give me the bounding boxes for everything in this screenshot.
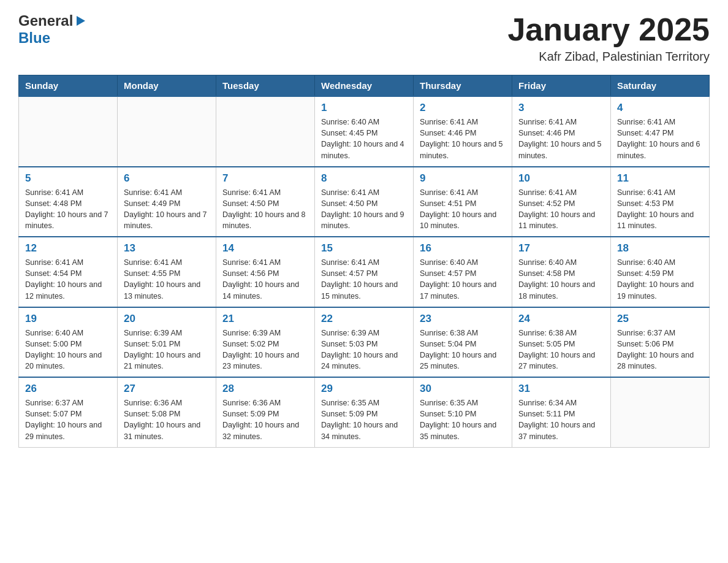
page: General Blue January 2025 Kafr Zibad, Pa…	[0, 0, 728, 460]
day-number: 27	[124, 383, 210, 395]
day-info: Sunrise: 6:41 AM Sunset: 4:52 PM Dayligh…	[518, 187, 604, 232]
week-row-1: 1Sunrise: 6:40 AM Sunset: 4:45 PM Daylig…	[19, 96, 710, 167]
day-number: 28	[222, 383, 308, 395]
day-number: 12	[25, 242, 111, 255]
calendar-cell-w3-d5: 16Sunrise: 6:40 AM Sunset: 4:57 PM Dayli…	[414, 237, 512, 307]
calendar-cell-w5-d1: 26Sunrise: 6:37 AM Sunset: 5:07 PM Dayli…	[19, 377, 118, 447]
day-number: 6	[124, 172, 210, 185]
page-subtitle: Kafr Zibad, Palestinian Territory	[507, 50, 710, 64]
day-info: Sunrise: 6:39 AM Sunset: 5:03 PM Dayligh…	[321, 327, 407, 372]
day-info: Sunrise: 6:41 AM Sunset: 4:55 PM Dayligh…	[124, 257, 210, 302]
day-info: Sunrise: 6:37 AM Sunset: 5:06 PM Dayligh…	[617, 327, 703, 372]
day-info: Sunrise: 6:37 AM Sunset: 5:07 PM Dayligh…	[25, 397, 111, 442]
day-info: Sunrise: 6:40 AM Sunset: 4:45 PM Dayligh…	[321, 117, 407, 161]
day-number: 23	[420, 313, 506, 325]
calendar-cell-w5-d6: 31Sunrise: 6:34 AM Sunset: 5:11 PM Dayli…	[512, 377, 611, 447]
day-number: 9	[420, 172, 506, 185]
day-number: 14	[222, 242, 308, 255]
day-number: 4	[617, 102, 703, 114]
day-number: 1	[321, 102, 407, 114]
day-number: 20	[124, 313, 210, 325]
col-monday: Monday	[118, 75, 216, 97]
calendar-cell-w1-d2	[118, 96, 216, 167]
day-info: Sunrise: 6:35 AM Sunset: 5:09 PM Dayligh…	[321, 397, 407, 442]
calendar-cell-w3-d1: 12Sunrise: 6:41 AM Sunset: 4:54 PM Dayli…	[19, 237, 118, 307]
calendar-cell-w4-d1: 19Sunrise: 6:40 AM Sunset: 5:00 PM Dayli…	[19, 307, 118, 378]
logo-triangle-icon	[74, 14, 88, 28]
day-info: Sunrise: 6:38 AM Sunset: 5:04 PM Dayligh…	[420, 327, 506, 372]
col-saturday: Saturday	[611, 75, 710, 97]
calendar-cell-w3-d3: 14Sunrise: 6:41 AM Sunset: 4:56 PM Dayli…	[216, 237, 315, 307]
day-info: Sunrise: 6:40 AM Sunset: 4:57 PM Dayligh…	[420, 257, 506, 302]
svg-marker-0	[77, 16, 85, 26]
logo-general-text: General	[18, 12, 73, 29]
week-row-4: 19Sunrise: 6:40 AM Sunset: 5:00 PM Dayli…	[19, 307, 710, 378]
day-number: 7	[222, 172, 308, 185]
calendar-cell-w3-d2: 13Sunrise: 6:41 AM Sunset: 4:55 PM Dayli…	[118, 237, 216, 307]
day-number: 30	[420, 383, 506, 395]
day-info: Sunrise: 6:36 AM Sunset: 5:08 PM Dayligh…	[124, 397, 210, 442]
day-number: 24	[518, 313, 604, 325]
day-number: 2	[420, 102, 506, 114]
calendar-cell-w2-d2: 6Sunrise: 6:41 AM Sunset: 4:49 PM Daylig…	[118, 167, 216, 237]
calendar-table: Sunday Monday Tuesday Wednesday Thursday…	[18, 75, 710, 448]
week-row-2: 5Sunrise: 6:41 AM Sunset: 4:48 PM Daylig…	[19, 167, 710, 237]
day-info: Sunrise: 6:41 AM Sunset: 4:47 PM Dayligh…	[617, 117, 703, 161]
day-number: 3	[518, 102, 604, 114]
day-info: Sunrise: 6:38 AM Sunset: 5:05 PM Dayligh…	[518, 327, 604, 372]
page-title: January 2025	[507, 12, 710, 47]
day-number: 31	[518, 383, 604, 395]
calendar-cell-w4-d2: 20Sunrise: 6:39 AM Sunset: 5:01 PM Dayli…	[118, 307, 216, 378]
title-block: January 2025 Kafr Zibad, Palestinian Ter…	[507, 12, 710, 64]
week-row-5: 26Sunrise: 6:37 AM Sunset: 5:07 PM Dayli…	[19, 377, 710, 447]
day-info: Sunrise: 6:40 AM Sunset: 4:58 PM Dayligh…	[518, 257, 604, 302]
day-number: 10	[518, 172, 604, 185]
day-info: Sunrise: 6:41 AM Sunset: 4:46 PM Dayligh…	[420, 117, 506, 161]
day-info: Sunrise: 6:41 AM Sunset: 4:49 PM Dayligh…	[124, 187, 210, 232]
calendar-cell-w4-d3: 21Sunrise: 6:39 AM Sunset: 5:02 PM Dayli…	[216, 307, 315, 378]
calendar-cell-w2-d1: 5Sunrise: 6:41 AM Sunset: 4:48 PM Daylig…	[19, 167, 118, 237]
calendar-cell-w3-d6: 17Sunrise: 6:40 AM Sunset: 4:58 PM Dayli…	[512, 237, 611, 307]
day-number: 22	[321, 313, 407, 325]
day-number: 13	[124, 242, 210, 255]
day-number: 25	[617, 313, 703, 325]
calendar-cell-w3-d4: 15Sunrise: 6:41 AM Sunset: 4:57 PM Dayli…	[315, 237, 414, 307]
calendar-cell-w2-d3: 7Sunrise: 6:41 AM Sunset: 4:50 PM Daylig…	[216, 167, 315, 237]
calendar-cell-w4-d5: 23Sunrise: 6:38 AM Sunset: 5:04 PM Dayli…	[414, 307, 512, 378]
logo-blue-text: Blue	[18, 29, 50, 46]
day-info: Sunrise: 6:41 AM Sunset: 4:48 PM Dayligh…	[25, 187, 111, 232]
col-wednesday: Wednesday	[315, 75, 414, 97]
header-row: Sunday Monday Tuesday Wednesday Thursday…	[19, 75, 710, 97]
col-sunday: Sunday	[19, 75, 118, 97]
calendar-cell-w4-d4: 22Sunrise: 6:39 AM Sunset: 5:03 PM Dayli…	[315, 307, 414, 378]
calendar-cell-w5-d3: 28Sunrise: 6:36 AM Sunset: 5:09 PM Dayli…	[216, 377, 315, 447]
day-number: 16	[420, 242, 506, 255]
col-thursday: Thursday	[414, 75, 512, 97]
logo-row: General	[18, 12, 88, 29]
day-info: Sunrise: 6:41 AM Sunset: 4:56 PM Dayligh…	[222, 257, 308, 302]
day-number: 21	[222, 313, 308, 325]
calendar-cell-w2-d5: 9Sunrise: 6:41 AM Sunset: 4:51 PM Daylig…	[414, 167, 512, 237]
day-number: 17	[518, 242, 604, 255]
calendar-cell-w1-d7: 4Sunrise: 6:41 AM Sunset: 4:47 PM Daylig…	[611, 96, 710, 167]
calendar-cell-w1-d3	[216, 96, 315, 167]
day-info: Sunrise: 6:40 AM Sunset: 4:59 PM Dayligh…	[617, 257, 703, 302]
day-info: Sunrise: 6:41 AM Sunset: 4:53 PM Dayligh…	[617, 187, 703, 232]
calendar-cell-w5-d7	[611, 377, 710, 447]
calendar-cell-w4-d7: 25Sunrise: 6:37 AM Sunset: 5:06 PM Dayli…	[611, 307, 710, 378]
day-number: 26	[25, 383, 111, 395]
day-number: 5	[25, 172, 111, 185]
day-number: 15	[321, 242, 407, 255]
day-info: Sunrise: 6:39 AM Sunset: 5:01 PM Dayligh…	[124, 327, 210, 372]
day-number: 11	[617, 172, 703, 185]
day-info: Sunrise: 6:41 AM Sunset: 4:54 PM Dayligh…	[25, 257, 111, 302]
calendar-cell-w5-d4: 29Sunrise: 6:35 AM Sunset: 5:09 PM Dayli…	[315, 377, 414, 447]
day-info: Sunrise: 6:40 AM Sunset: 5:00 PM Dayligh…	[25, 327, 111, 372]
calendar-cell-w1-d5: 2Sunrise: 6:41 AM Sunset: 4:46 PM Daylig…	[414, 96, 512, 167]
week-row-3: 12Sunrise: 6:41 AM Sunset: 4:54 PM Dayli…	[19, 237, 710, 307]
calendar-cell-w3-d7: 18Sunrise: 6:40 AM Sunset: 4:59 PM Dayli…	[611, 237, 710, 307]
col-friday: Friday	[512, 75, 611, 97]
calendar-cell-w5-d2: 27Sunrise: 6:36 AM Sunset: 5:08 PM Dayli…	[118, 377, 216, 447]
calendar-cell-w5-d5: 30Sunrise: 6:35 AM Sunset: 5:10 PM Dayli…	[414, 377, 512, 447]
calendar-cell-w2-d4: 8Sunrise: 6:41 AM Sunset: 4:50 PM Daylig…	[315, 167, 414, 237]
